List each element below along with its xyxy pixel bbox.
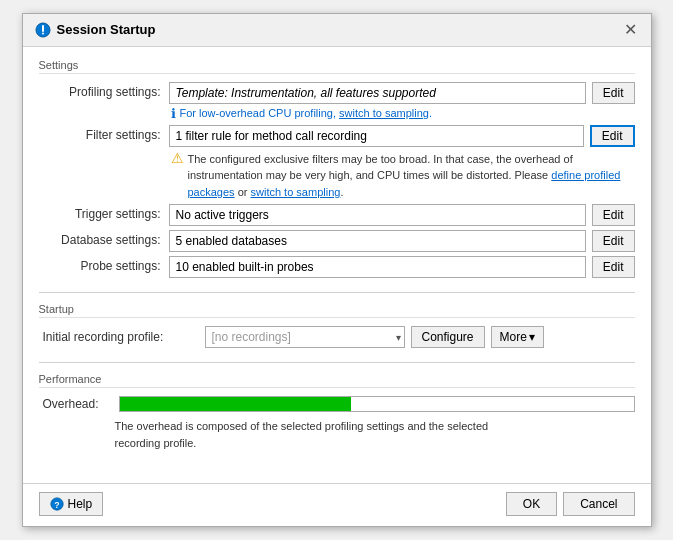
filter-row: Filter settings: 1 filter rule for metho…	[39, 125, 635, 201]
filter-edit-button[interactable]: Edit	[590, 125, 635, 147]
database-content: 5 enabled databases Edit	[169, 230, 635, 252]
profiling-value: Template: Instrumentation, all features …	[169, 82, 586, 104]
settings-title: Settings	[39, 59, 635, 74]
database-edit-button[interactable]: Edit	[592, 230, 635, 252]
probe-content: 10 enabled built-in probes Edit	[169, 256, 635, 278]
recording-label: Initial recording profile:	[39, 330, 199, 344]
session-startup-dialog: Session Startup ✕ Settings Profiling set…	[22, 13, 652, 528]
overhead-progress-fill	[120, 397, 351, 411]
database-row: Database settings: 5 enabled databases E…	[39, 230, 635, 252]
divider-2	[39, 362, 635, 363]
footer-right: OK Cancel	[506, 492, 635, 516]
title-bar: Session Startup ✕	[23, 14, 651, 47]
probe-label: Probe settings:	[39, 256, 169, 273]
probe-row: Probe settings: 10 enabled built-in prob…	[39, 256, 635, 278]
ok-button[interactable]: OK	[506, 492, 557, 516]
dialog-footer: ? Help OK Cancel	[23, 483, 651, 526]
more-button[interactable]: More ▾	[491, 326, 544, 348]
dialog-icon	[35, 22, 51, 38]
probe-value: 10 enabled built-in probes	[169, 256, 586, 278]
settings-section: Settings Profiling settings: Template: I…	[39, 59, 635, 279]
profiling-edit-button[interactable]: Edit	[592, 82, 635, 104]
filter-field-row: 1 filter rule for method call recording …	[169, 125, 635, 147]
database-label: Database settings:	[39, 230, 169, 247]
overhead-progress-bar	[119, 396, 635, 412]
filter-warn-text: The configured exclusive filters may be …	[188, 151, 635, 201]
trigger-field-row: No active triggers Edit	[169, 204, 635, 226]
filter-value: 1 filter rule for method call recording	[169, 125, 584, 147]
close-button[interactable]: ✕	[622, 22, 639, 38]
profiling-info-box: ℹ For low-overhead CPU profiling, switch…	[169, 107, 635, 121]
performance-title: Performance	[39, 373, 635, 388]
probe-edit-button[interactable]: Edit	[592, 256, 635, 278]
svg-point-1	[42, 32, 44, 34]
trigger-edit-button[interactable]: Edit	[592, 204, 635, 226]
overhead-description: The overhead is composed of the selected…	[115, 418, 635, 451]
database-value: 5 enabled databases	[169, 230, 586, 252]
profiling-label: Profiling settings:	[39, 82, 169, 99]
startup-row: Initial recording profile: [no recording…	[39, 326, 635, 348]
startup-title: Startup	[39, 303, 635, 318]
filter-content: 1 filter rule for method call recording …	[169, 125, 635, 201]
profiling-field-row: Template: Instrumentation, all features …	[169, 82, 635, 104]
profiling-row: Profiling settings: Template: Instrument…	[39, 82, 635, 121]
help-icon: ?	[50, 497, 64, 511]
trigger-value: No active triggers	[169, 204, 586, 226]
dialog-title: Session Startup	[57, 22, 156, 37]
overhead-label: Overhead:	[43, 397, 113, 411]
svg-text:?: ?	[54, 500, 59, 510]
dialog-body: Settings Profiling settings: Template: I…	[23, 47, 651, 478]
warn-icon: ⚠	[171, 150, 184, 166]
help-button[interactable]: ? Help	[39, 492, 104, 516]
divider-1	[39, 292, 635, 293]
configure-button[interactable]: Configure	[411, 326, 485, 348]
filter-warn-box: ⚠ The configured exclusive filters may b…	[169, 151, 635, 201]
title-bar-left: Session Startup	[35, 22, 156, 38]
recording-dropdown-wrapper: [no recordings] ▾	[205, 326, 405, 348]
trigger-row: Trigger settings: No active triggers Edi…	[39, 204, 635, 226]
startup-section: Startup Initial recording profile: [no r…	[39, 303, 635, 348]
database-field-row: 5 enabled databases Edit	[169, 230, 635, 252]
recording-dropdown[interactable]: [no recordings]	[205, 326, 405, 348]
probe-field-row: 10 enabled built-in probes Edit	[169, 256, 635, 278]
info-icon: ℹ	[171, 106, 176, 121]
trigger-label: Trigger settings:	[39, 204, 169, 221]
filter-switch-sampling-link[interactable]: switch to sampling	[251, 186, 341, 198]
cancel-button[interactable]: Cancel	[563, 492, 634, 516]
switch-to-sampling-link[interactable]: switch to sampling	[339, 107, 429, 119]
profiling-content: Template: Instrumentation, all features …	[169, 82, 635, 121]
more-arrow-icon: ▾	[529, 330, 535, 344]
profiling-info-text: For low-overhead CPU profiling, switch t…	[180, 107, 433, 119]
filter-label: Filter settings:	[39, 125, 169, 142]
performance-section: Performance Overhead: The overhead is co…	[39, 373, 635, 451]
trigger-content: No active triggers Edit	[169, 204, 635, 226]
overhead-row: Overhead:	[39, 396, 635, 412]
